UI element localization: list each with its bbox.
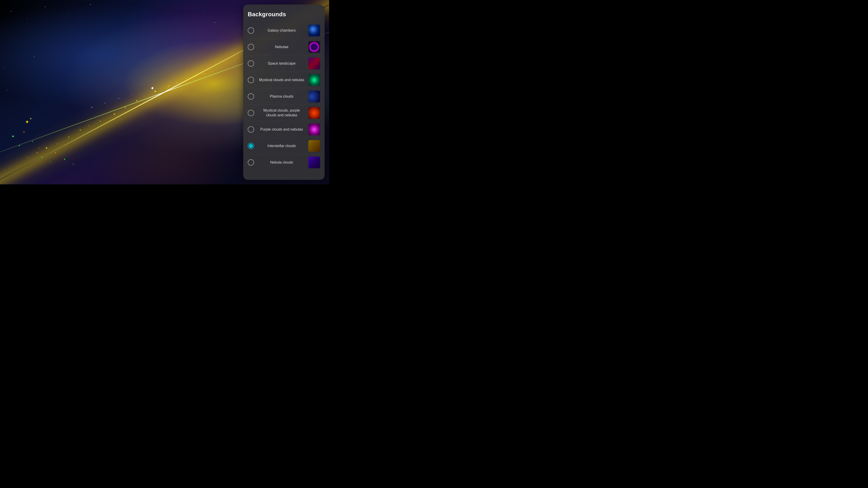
background-item-plasma-clouds[interactable]: Plasma clouds xyxy=(248,88,320,105)
background-item-interstellar-clouds[interactable]: Interstellar clouds xyxy=(248,138,320,154)
label-nebulae: Nebulae xyxy=(258,45,306,50)
background-item-nebula-clouds[interactable]: Nebula clouds xyxy=(248,154,320,170)
background-item-purple-clouds-nebulas[interactable]: Purple clouds and nebulas xyxy=(248,121,320,138)
label-interstellar-clouds: Interstellar clouds xyxy=(258,144,306,149)
thumb-galaxy-chambers xyxy=(308,25,320,36)
thumb-mystical-clouds-nebulas xyxy=(308,74,320,86)
radio-space-landscape[interactable] xyxy=(248,60,254,67)
thumb-interstellar-clouds xyxy=(308,140,320,152)
radio-mystical-purple-clouds[interactable] xyxy=(248,110,254,116)
background-item-nebulae[interactable]: Nebulae xyxy=(248,39,320,55)
backgrounds-list: Galaxy chambersNebulaeSpace landscapeMys… xyxy=(248,22,320,170)
backgrounds-panel: Backgrounds Galaxy chambersNebulaeSpace … xyxy=(243,4,324,180)
thumb-space-landscape xyxy=(308,58,320,69)
radio-mystical-clouds-nebulas[interactable] xyxy=(248,77,254,83)
background-item-space-landscape[interactable]: Space landscape xyxy=(248,55,320,72)
panel-title: Backgrounds xyxy=(248,11,320,18)
radio-nebula-clouds[interactable] xyxy=(248,159,254,166)
thumb-plasma-clouds xyxy=(308,91,320,102)
background-item-mystical-clouds-nebulas[interactable]: Mystical clouds and nebulas xyxy=(248,72,320,88)
label-space-landscape: Space landscape xyxy=(258,61,306,66)
thumb-nebulae xyxy=(308,41,320,53)
label-galaxy-chambers: Galaxy chambers xyxy=(258,28,306,33)
radio-nebulae[interactable] xyxy=(248,44,254,50)
background-item-galaxy-chambers[interactable]: Galaxy chambers xyxy=(248,22,320,39)
background-item-mystical-purple-clouds[interactable]: Mystical clouds, purple clouds and nebul… xyxy=(248,105,320,121)
radio-plasma-clouds[interactable] xyxy=(248,93,254,100)
label-nebula-clouds: Nebula clouds xyxy=(258,160,306,165)
thumb-purple-clouds-nebulas xyxy=(308,124,320,135)
label-plasma-clouds: Plasma clouds xyxy=(258,94,306,99)
thumb-nebula-clouds xyxy=(308,157,320,168)
radio-galaxy-chambers[interactable] xyxy=(248,27,254,34)
radio-purple-clouds-nebulas[interactable] xyxy=(248,126,254,133)
label-mystical-purple-clouds: Mystical clouds, purple clouds and nebul… xyxy=(258,108,306,118)
thumb-mystical-purple-clouds xyxy=(308,107,320,119)
radio-interstellar-clouds[interactable] xyxy=(248,143,254,149)
label-mystical-clouds-nebulas: Mystical clouds and nebulas xyxy=(258,78,306,83)
label-purple-clouds-nebulas: Purple clouds and nebulas xyxy=(258,127,306,132)
